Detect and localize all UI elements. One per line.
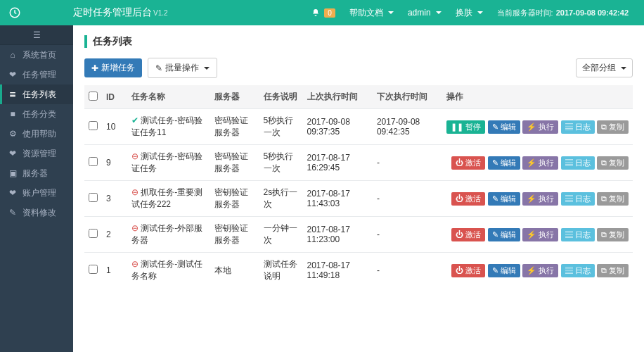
cell-id: 3 bbox=[102, 181, 127, 217]
cell-desc: 一分钟一次 bbox=[259, 217, 303, 253]
row-run-button[interactable]: ⚡ 执行 bbox=[522, 192, 558, 206]
app-logo bbox=[8, 6, 73, 19]
th-next-time: 下次执行时间 bbox=[373, 85, 442, 109]
cell-last-time: 2017-09-08 09:37:35 bbox=[303, 109, 373, 145]
sidebar-item-icon: ❤ bbox=[8, 149, 17, 158]
cell-server: 密码验证服务器 bbox=[210, 145, 259, 181]
row-copy-button[interactable]: ⧉ 复制 bbox=[597, 120, 629, 134]
row-log-button[interactable]: ▤ 日志 bbox=[561, 264, 595, 277]
th-server: 服务器 bbox=[210, 85, 259, 109]
notification-count: 0 bbox=[324, 8, 335, 18]
add-task-button[interactable]: ✚ 新增任务 bbox=[84, 58, 142, 77]
page-title: 任务列表 bbox=[84, 35, 633, 48]
row-checkbox[interactable] bbox=[89, 193, 98, 202]
sidebar-item-label: 使用帮助 bbox=[22, 128, 56, 140]
sidebar-item-5[interactable]: ❤资源管理 bbox=[0, 144, 73, 163]
sidebar-item-2[interactable]: ≣任务列表 bbox=[0, 84, 73, 104]
sidebar-item-label: 资料修改 bbox=[22, 207, 56, 219]
row-log-button[interactable]: ▤ 日志 bbox=[561, 156, 595, 170]
group-filter-dropdown[interactable]: 全部分组 bbox=[576, 58, 633, 77]
cell-server: 密码验证服务器 bbox=[210, 109, 259, 145]
sidebar-item-label: 资源管理 bbox=[22, 148, 56, 160]
cell-ops: ⏻ 激活 ✎ 编辑 ⚡ 执行 ▤ 日志 ⧉ 复制 bbox=[442, 217, 633, 253]
sidebar-item-0[interactable]: ⌂系统首页 bbox=[0, 45, 73, 65]
row-edit-button[interactable]: ✎ 编辑 bbox=[488, 120, 520, 134]
server-time-value: 2017-09-08 09:42:42 bbox=[556, 8, 629, 17]
plus-icon: ✚ bbox=[91, 63, 98, 73]
sidebar-item-1[interactable]: ❤任务管理 bbox=[0, 65, 73, 84]
cell-next-time: - bbox=[373, 253, 442, 289]
row-copy-button[interactable]: ⧉ 复制 bbox=[597, 228, 629, 241]
cell-id: 1 bbox=[102, 253, 127, 289]
sidebar-item-label: 任务分类 bbox=[22, 108, 56, 120]
row-log-button[interactable]: ▤ 日志 bbox=[561, 120, 595, 134]
cell-next-time: - bbox=[373, 217, 442, 253]
sidebar-item-icon: ✎ bbox=[8, 208, 17, 218]
cell-id: 2 bbox=[102, 217, 127, 253]
main-content: 任务列表 ✚ 新增任务 ✎ 批量操作 全部分组 ID 任务名称 服务器 任务说明 bbox=[73, 25, 644, 352]
edit-icon: ✎ bbox=[155, 63, 162, 73]
row-checkbox[interactable] bbox=[89, 121, 98, 130]
help-doc-menu[interactable]: 帮助文档 bbox=[349, 7, 394, 19]
row-run-button[interactable]: ⚡ 执行 bbox=[522, 264, 558, 277]
notifications-button[interactable]: 0 bbox=[311, 8, 335, 18]
row-edit-button[interactable]: ✎ 编辑 bbox=[488, 264, 520, 277]
sidebar-collapse-button[interactable]: ☰ bbox=[0, 25, 73, 45]
sidebar-item-icon: ⌂ bbox=[8, 50, 17, 60]
server-time: 当前服务器时间: 2017-09-08 09:42:42 bbox=[497, 8, 629, 18]
row-checkbox[interactable] bbox=[89, 157, 98, 166]
row-activate-button[interactable]: ⏻ 激活 bbox=[451, 192, 485, 206]
row-copy-button[interactable]: ⧉ 复制 bbox=[597, 264, 629, 277]
status-icon: ⊖ bbox=[131, 223, 139, 233]
cell-server: 密钥验证服务器 bbox=[210, 181, 259, 217]
sidebar-item-4[interactable]: ⚙使用帮助 bbox=[0, 124, 73, 144]
th-last-time: 上次执行时间 bbox=[303, 85, 373, 109]
row-activate-button[interactable]: ⏻ 激活 bbox=[451, 156, 485, 170]
row-run-button[interactable]: ⚡ 执行 bbox=[522, 156, 558, 170]
row-activate-button[interactable]: ⏻ 激活 bbox=[451, 264, 485, 277]
sidebar-item-6[interactable]: ▣服务器 bbox=[0, 163, 73, 183]
row-edit-button[interactable]: ✎ 编辑 bbox=[488, 156, 520, 170]
sidebar-item-label: 任务管理 bbox=[22, 69, 56, 81]
row-edit-button[interactable]: ✎ 编辑 bbox=[488, 192, 520, 206]
status-icon: ✔ bbox=[131, 115, 139, 125]
row-checkbox[interactable] bbox=[89, 265, 98, 274]
cell-server: 密钥验证服务器 bbox=[210, 217, 259, 253]
add-task-label: 新增任务 bbox=[101, 62, 135, 74]
cell-server: 本地 bbox=[210, 253, 259, 289]
row-pause-button[interactable]: ❚❚ 暂停 bbox=[446, 120, 485, 134]
row-checkbox[interactable] bbox=[89, 229, 98, 238]
batch-ops-button[interactable]: ✎ 批量操作 bbox=[148, 58, 217, 78]
row-run-button[interactable]: ⚡ 执行 bbox=[522, 228, 558, 241]
select-all-checkbox[interactable] bbox=[89, 92, 98, 101]
app-title: 定时任务管理后台 bbox=[73, 6, 152, 19]
sidebar-item-label: 账户管理 bbox=[22, 187, 56, 199]
sidebar: ☰ ⌂系统首页❤任务管理≣任务列表■任务分类⚙使用帮助❤资源管理▣服务器❤账户管… bbox=[0, 25, 73, 352]
row-log-button[interactable]: ▤ 日志 bbox=[561, 192, 595, 206]
table-row: 3⊖ 抓取任务-重要测试任务222密钥验证服务器2s执行一次2017-08-17… bbox=[84, 181, 633, 217]
th-id: ID bbox=[102, 85, 127, 109]
sidebar-item-3[interactable]: ■任务分类 bbox=[0, 104, 73, 124]
row-run-button[interactable]: ⚡ 执行 bbox=[522, 120, 558, 134]
row-copy-button[interactable]: ⧉ 复制 bbox=[597, 156, 629, 170]
cell-last-time: 2017-08-17 11:23:00 bbox=[303, 217, 373, 253]
sidebar-item-icon: ▣ bbox=[8, 168, 17, 178]
cell-name: ⊖ 测试任务-测试任务名称 bbox=[127, 253, 210, 289]
cell-name: ✔ 测试任务-密码验证任务11 bbox=[127, 109, 210, 145]
sidebar-item-8[interactable]: ✎资料修改 bbox=[0, 203, 73, 222]
skin-menu[interactable]: 换肤 bbox=[456, 7, 483, 19]
table-row: 2⊖ 测试任务-外部服务器密钥验证服务器一分钟一次2017-08-17 11:2… bbox=[84, 217, 633, 253]
row-copy-button[interactable]: ⧉ 复制 bbox=[597, 192, 629, 206]
th-desc: 任务说明 bbox=[259, 85, 303, 109]
row-edit-button[interactable]: ✎ 编辑 bbox=[488, 228, 520, 241]
row-log-button[interactable]: ▤ 日志 bbox=[561, 228, 595, 241]
table-row: 10✔ 测试任务-密码验证任务11密码验证服务器5秒执行一次2017-09-08… bbox=[84, 109, 633, 145]
cell-last-time: 2017-08-17 16:29:45 bbox=[303, 145, 373, 181]
clock-icon bbox=[8, 6, 21, 19]
sidebar-item-label: 服务器 bbox=[22, 168, 48, 180]
user-menu[interactable]: admin bbox=[408, 8, 442, 18]
sidebar-item-label: 系统首页 bbox=[22, 49, 56, 61]
hamburger-icon: ☰ bbox=[33, 30, 41, 40]
sidebar-item-7[interactable]: ❤账户管理 bbox=[0, 183, 73, 203]
row-activate-button[interactable]: ⏻ 激活 bbox=[451, 228, 485, 241]
